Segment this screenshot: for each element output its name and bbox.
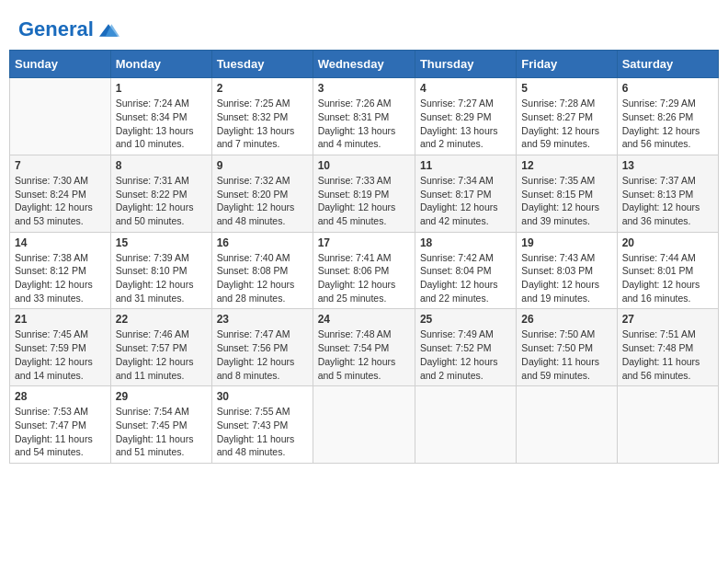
calendar-cell: 13Sunrise: 7:37 AMSunset: 8:13 PMDayligh… xyxy=(617,155,718,232)
day-number: 18 xyxy=(420,236,511,249)
day-number: 19 xyxy=(521,236,611,249)
day-number: 11 xyxy=(420,159,511,172)
calendar-cell: 9Sunrise: 7:32 AMSunset: 8:20 PMDaylight… xyxy=(211,155,313,232)
day-number: 8 xyxy=(116,159,207,172)
calendar-header-sunday: Sunday xyxy=(10,51,111,78)
calendar-cell xyxy=(10,78,111,155)
day-number: 14 xyxy=(15,236,106,249)
calendar-cell: 2Sunrise: 7:25 AMSunset: 8:32 PMDaylight… xyxy=(211,78,313,155)
calendar-cell: 22Sunrise: 7:46 AMSunset: 7:57 PMDayligh… xyxy=(110,309,211,386)
calendar-week-row: 14Sunrise: 7:38 AMSunset: 8:12 PMDayligh… xyxy=(10,232,719,309)
calendar-cell: 26Sunrise: 7:50 AMSunset: 7:50 PMDayligh… xyxy=(517,309,617,386)
day-number: 25 xyxy=(420,313,511,326)
day-info: Sunrise: 7:34 AMSunset: 8:17 PMDaylight:… xyxy=(420,174,511,228)
calendar-cell: 4Sunrise: 7:27 AMSunset: 8:29 PMDaylight… xyxy=(415,78,516,155)
day-number: 24 xyxy=(318,313,410,326)
day-info: Sunrise: 7:35 AMSunset: 8:15 PMDaylight:… xyxy=(521,174,611,228)
day-info: Sunrise: 7:54 AMSunset: 7:45 PMDaylight:… xyxy=(116,405,207,459)
calendar-header-saturday: Saturday xyxy=(617,51,718,78)
day-info: Sunrise: 7:26 AMSunset: 8:31 PMDaylight:… xyxy=(318,97,410,151)
day-number: 3 xyxy=(318,82,410,95)
day-number: 26 xyxy=(521,313,611,326)
calendar-cell: 21Sunrise: 7:45 AMSunset: 7:59 PMDayligh… xyxy=(10,309,111,386)
logo: General xyxy=(18,18,121,40)
day-info: Sunrise: 7:27 AMSunset: 8:29 PMDaylight:… xyxy=(420,97,511,151)
day-info: Sunrise: 7:28 AMSunset: 8:27 PMDaylight:… xyxy=(521,97,611,151)
day-info: Sunrise: 7:40 AMSunset: 8:08 PMDaylight:… xyxy=(217,251,308,305)
day-info: Sunrise: 7:45 AMSunset: 7:59 PMDaylight:… xyxy=(15,327,106,382)
day-info: Sunrise: 7:51 AMSunset: 7:48 PMDaylight:… xyxy=(622,327,713,382)
calendar-header-monday: Monday xyxy=(110,51,211,78)
day-number: 28 xyxy=(15,390,106,403)
day-info: Sunrise: 7:48 AMSunset: 7:54 PMDaylight:… xyxy=(318,327,410,382)
calendar-cell: 11Sunrise: 7:34 AMSunset: 8:17 PMDayligh… xyxy=(415,155,516,232)
calendar-cell: 5Sunrise: 7:28 AMSunset: 8:27 PMDaylight… xyxy=(517,78,617,155)
calendar-header-thursday: Thursday xyxy=(415,51,516,78)
day-info: Sunrise: 7:25 AMSunset: 8:32 PMDaylight:… xyxy=(217,97,308,151)
day-number: 12 xyxy=(521,159,611,172)
day-number: 10 xyxy=(318,159,410,172)
day-info: Sunrise: 7:49 AMSunset: 7:52 PMDaylight:… xyxy=(420,327,511,382)
calendar-week-row: 7Sunrise: 7:30 AMSunset: 8:24 PMDaylight… xyxy=(10,155,719,232)
day-number: 23 xyxy=(217,313,308,326)
calendar-cell: 14Sunrise: 7:38 AMSunset: 8:12 PMDayligh… xyxy=(10,232,111,309)
day-number: 21 xyxy=(15,313,106,326)
day-info: Sunrise: 7:30 AMSunset: 8:24 PMDaylight:… xyxy=(15,174,106,228)
calendar-cell xyxy=(517,386,617,464)
calendar-header-tuesday: Tuesday xyxy=(211,51,313,78)
day-info: Sunrise: 7:41 AMSunset: 8:06 PMDaylight:… xyxy=(318,251,410,305)
day-info: Sunrise: 7:47 AMSunset: 7:56 PMDaylight:… xyxy=(217,327,308,382)
calendar-cell: 20Sunrise: 7:44 AMSunset: 8:01 PMDayligh… xyxy=(617,232,718,309)
day-info: Sunrise: 7:44 AMSunset: 8:01 PMDaylight:… xyxy=(622,251,713,305)
calendar-cell: 28Sunrise: 7:53 AMSunset: 7:47 PMDayligh… xyxy=(10,386,111,464)
day-number: 13 xyxy=(622,159,713,172)
calendar-header-wednesday: Wednesday xyxy=(313,51,415,78)
calendar-cell: 8Sunrise: 7:31 AMSunset: 8:22 PMDaylight… xyxy=(110,155,211,232)
day-number: 9 xyxy=(217,159,308,172)
day-number: 29 xyxy=(116,390,207,403)
calendar-cell: 29Sunrise: 7:54 AMSunset: 7:45 PMDayligh… xyxy=(110,386,211,464)
calendar-cell: 17Sunrise: 7:41 AMSunset: 8:06 PMDayligh… xyxy=(313,232,415,309)
day-number: 7 xyxy=(15,159,106,172)
logo-text: General xyxy=(18,18,121,40)
day-info: Sunrise: 7:38 AMSunset: 8:12 PMDaylight:… xyxy=(15,251,106,305)
calendar-cell: 18Sunrise: 7:42 AMSunset: 8:04 PMDayligh… xyxy=(415,232,516,309)
calendar-cell: 1Sunrise: 7:24 AMSunset: 8:34 PMDaylight… xyxy=(110,78,211,155)
calendar-cell: 12Sunrise: 7:35 AMSunset: 8:15 PMDayligh… xyxy=(517,155,617,232)
calendar-cell: 3Sunrise: 7:26 AMSunset: 8:31 PMDaylight… xyxy=(313,78,415,155)
calendar-cell: 19Sunrise: 7:43 AMSunset: 8:03 PMDayligh… xyxy=(517,232,617,309)
day-info: Sunrise: 7:33 AMSunset: 8:19 PMDaylight:… xyxy=(318,174,410,228)
calendar-cell xyxy=(617,386,718,464)
day-info: Sunrise: 7:50 AMSunset: 7:50 PMDaylight:… xyxy=(521,327,611,382)
page-header: General xyxy=(9,9,719,45)
day-info: Sunrise: 7:43 AMSunset: 8:03 PMDaylight:… xyxy=(521,251,611,305)
calendar-cell: 30Sunrise: 7:55 AMSunset: 7:43 PMDayligh… xyxy=(211,386,313,464)
day-number: 15 xyxy=(116,236,207,249)
day-number: 2 xyxy=(217,82,308,95)
calendar-cell xyxy=(415,386,516,464)
day-number: 27 xyxy=(622,313,713,326)
day-number: 1 xyxy=(116,82,207,95)
calendar-cell: 16Sunrise: 7:40 AMSunset: 8:08 PMDayligh… xyxy=(211,232,313,309)
day-info: Sunrise: 7:24 AMSunset: 8:34 PMDaylight:… xyxy=(116,97,207,151)
calendar-cell: 10Sunrise: 7:33 AMSunset: 8:19 PMDayligh… xyxy=(313,155,415,232)
calendar-cell: 23Sunrise: 7:47 AMSunset: 7:56 PMDayligh… xyxy=(211,309,313,386)
day-info: Sunrise: 7:53 AMSunset: 7:47 PMDaylight:… xyxy=(15,405,106,459)
day-number: 6 xyxy=(622,82,713,95)
calendar-cell: 6Sunrise: 7:29 AMSunset: 8:26 PMDaylight… xyxy=(617,78,718,155)
day-number: 17 xyxy=(318,236,410,249)
day-info: Sunrise: 7:32 AMSunset: 8:20 PMDaylight:… xyxy=(217,174,308,228)
day-number: 22 xyxy=(116,313,207,326)
day-info: Sunrise: 7:46 AMSunset: 7:57 PMDaylight:… xyxy=(116,327,207,382)
calendar-cell: 27Sunrise: 7:51 AMSunset: 7:48 PMDayligh… xyxy=(617,309,718,386)
calendar-cell: 24Sunrise: 7:48 AMSunset: 7:54 PMDayligh… xyxy=(313,309,415,386)
calendar-header-row: SundayMondayTuesdayWednesdayThursdayFrid… xyxy=(10,51,719,78)
day-info: Sunrise: 7:55 AMSunset: 7:43 PMDaylight:… xyxy=(217,405,308,459)
calendar-cell: 7Sunrise: 7:30 AMSunset: 8:24 PMDaylight… xyxy=(10,155,111,232)
day-number: 20 xyxy=(622,236,713,249)
day-number: 5 xyxy=(521,82,611,95)
calendar-week-row: 21Sunrise: 7:45 AMSunset: 7:59 PMDayligh… xyxy=(10,309,719,386)
calendar-week-row: 28Sunrise: 7:53 AMSunset: 7:47 PMDayligh… xyxy=(10,386,719,464)
calendar-header-friday: Friday xyxy=(517,51,617,78)
calendar-cell: 15Sunrise: 7:39 AMSunset: 8:10 PMDayligh… xyxy=(110,232,211,309)
